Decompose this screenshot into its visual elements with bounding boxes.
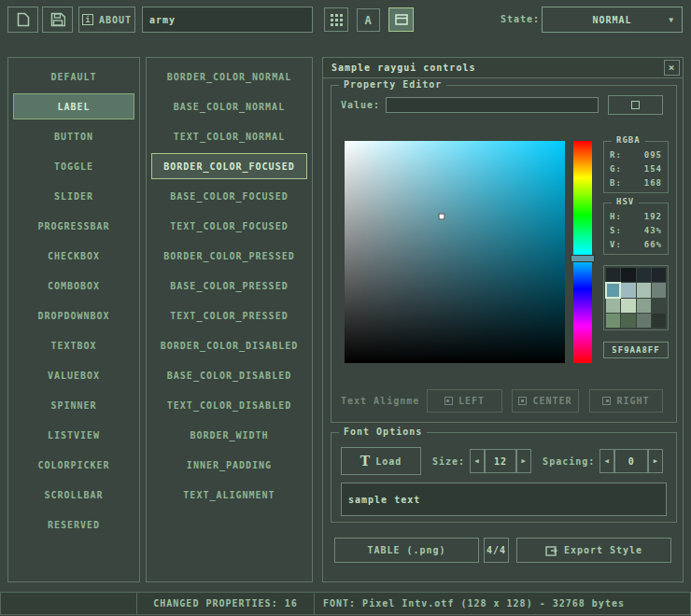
palette-cell[interactable] [652,299,666,313]
palette-cell[interactable] [652,283,666,297]
align-center-button[interactable]: CENTER [512,389,579,413]
controls-list-item[interactable]: SLIDER [13,183,134,209]
properties-list-item[interactable]: BORDER_WIDTH [151,422,307,448]
controls-list-item[interactable]: TEXTBOX [13,332,134,358]
properties-list-item[interactable]: BASE_COLOR_PRESSED [151,273,307,299]
view-font-button[interactable]: A [357,8,380,32]
palette-cell[interactable] [606,283,620,297]
align-left-button[interactable]: LEFT [427,389,502,413]
properties-list-item[interactable]: BASE_COLOR_DISABLED [151,362,307,388]
properties-list-item[interactable]: INNER_PADDING [151,452,307,478]
spacing-label: Spacing: [543,456,595,467]
state-dropdown[interactable]: NORMAL ▼ [542,7,683,33]
controls-list-item[interactable]: TOGGLE [13,153,134,179]
style-name-input[interactable] [142,7,313,33]
properties-list-item[interactable]: BORDER_COLOR_FOCUSED [151,153,307,179]
g-value: 154 [644,164,662,174]
table-icon [395,14,408,25]
palette-cell[interactable] [621,299,635,313]
rgba-row: G: 154 [610,161,662,175]
v-value: 66% [644,240,662,249]
value-mode-button[interactable] [608,95,663,115]
palette-cell[interactable] [606,268,620,282]
grid-icon [331,14,343,26]
spacing-increase-button[interactable]: ▶ [648,449,663,473]
controls-list-item[interactable]: CHECKBOX [13,243,134,269]
controls-list-item[interactable]: PROGRESSBAR [13,213,134,239]
controls-list-item[interactable]: SCROLLBAR [13,482,134,508]
new-style-button[interactable] [7,7,38,33]
spacing-decrease-button[interactable]: ◀ [599,449,614,473]
palette-cell[interactable] [621,314,635,328]
align-center-icon [518,397,527,405]
palette-cell[interactable] [621,268,635,282]
properties-list-item[interactable]: BORDER_COLOR_NORMAL [151,63,307,90]
properties-list-item[interactable]: TEXT_COLOR_FOCUSED [151,213,307,239]
properties-list-item[interactable]: TEXT_COLOR_PRESSED [151,302,307,329]
h-value: 192 [644,212,662,221]
align-right-button[interactable]: RIGHT [589,389,663,413]
hex-value-box[interactable]: 5F9AA8FF [603,342,669,358]
info-icon: i [82,14,93,25]
sample-text-box[interactable]: sample text [341,483,667,516]
color-panel[interactable] [345,141,565,363]
palette-cell[interactable] [606,314,620,328]
export-format-button[interactable]: TABLE (.png) [334,538,479,563]
controls-list-item[interactable]: LABEL [13,93,134,119]
size-increase-button[interactable]: ▶ [516,449,531,473]
properties-list-item[interactable]: BASE_COLOR_NORMAL [151,93,307,119]
save-style-button[interactable] [42,7,73,33]
close-icon: × [669,62,676,74]
about-button[interactable]: i ABOUT [78,7,135,33]
palette-cell[interactable] [621,283,635,297]
palette-cell[interactable] [637,283,651,297]
chevron-down-icon: ▼ [669,16,674,24]
export-style-button[interactable]: Export Style [516,538,671,563]
palette-cell[interactable] [652,314,666,328]
palette-cell[interactable] [637,268,651,282]
view-style-table-button[interactable] [324,7,348,32]
properties-list-item[interactable]: TEXT_COLOR_DISABLED [151,392,307,418]
properties-list-item[interactable]: BORDER_COLOR_PRESSED [151,243,307,269]
palette-cell[interactable] [606,299,620,313]
size-label: Size: [432,456,465,467]
save-icon [50,12,65,27]
s-value: 43% [644,226,662,235]
hue-slider[interactable] [573,141,592,363]
palette-cell[interactable] [652,268,666,282]
state-label: State: [501,14,540,24]
color-selector[interactable] [438,213,444,219]
align-center-label: CENTER [532,396,571,406]
controls-list-item[interactable]: COLORPICKER [13,452,134,478]
size-value-box[interactable]: 12 [485,449,516,473]
export-pages-box[interactable]: 4/4 [484,538,509,563]
export-format-label: TABLE (.png) [367,545,445,555]
properties-list-item[interactable]: TEXT_COLOR_NORMAL [151,123,307,149]
controls-list-item[interactable]: DROPDOWNBOX [13,302,134,329]
controls-list-item[interactable]: VALUEBOX [13,362,134,388]
spacing-value-box[interactable]: 0 [614,449,648,473]
hsv-panel: HSV H: 192 S: 43% V: 66% [603,203,669,255]
properties-list-item[interactable]: BORDER_COLOR_DISABLED [151,332,307,358]
controls-list-item[interactable]: COMBOBOX [13,273,134,299]
size-decrease-button[interactable]: ◀ [470,449,485,473]
controls-list-item[interactable]: LISTVIEW [13,422,134,448]
controls-list-item[interactable]: RESERVED [13,511,134,538]
load-font-button[interactable]: T Load [341,447,421,475]
rgba-panel-title: RGBA [612,135,645,145]
value-input[interactable] [386,97,599,113]
close-button[interactable]: × [664,60,680,76]
controls-list-item[interactable]: BUTTON [13,123,134,149]
controls-list-item[interactable]: DEFAULT [13,63,134,90]
view-controls-button[interactable] [388,7,414,32]
hue-slider-handle[interactable] [571,255,595,262]
about-button-label: ABOUT [99,15,132,25]
left-arrow-icon: ◀ [605,457,610,465]
align-left-icon [444,397,453,405]
palette-cell[interactable] [637,314,651,328]
rgba-row: R: 095 [610,147,662,161]
properties-list-item[interactable]: TEXT_ALIGNMENT [151,482,307,508]
properties-list-item[interactable]: BASE_COLOR_FOCUSED [151,183,307,209]
palette-cell[interactable] [637,299,651,313]
controls-list-item[interactable]: SPINNER [13,392,134,418]
